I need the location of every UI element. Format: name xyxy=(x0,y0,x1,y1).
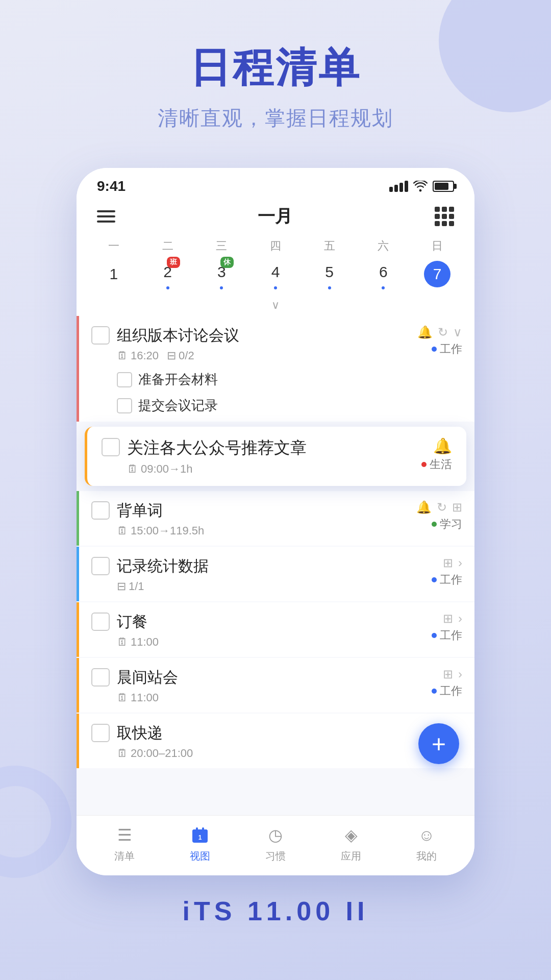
task-tag: 学习 xyxy=(432,517,462,532)
date-dot xyxy=(382,286,385,289)
task-item[interactable]: 背单词 🗓 15:00→119.5h 🔔 ↻ ⊞ xyxy=(77,491,474,546)
alarm-icon[interactable]: 🔔 xyxy=(416,500,432,514)
task-checkbox[interactable] xyxy=(91,557,110,575)
task-meta: 🗓 20:00–21:00 xyxy=(117,747,455,760)
task-tag: 生活 xyxy=(421,457,452,472)
repeat-icon[interactable]: ↻ xyxy=(438,325,448,339)
svg-rect-2 xyxy=(196,827,198,831)
nav-item-我的[interactable]: ☺我的 xyxy=(401,824,452,863)
subtask-item[interactable]: 准备开会材料 xyxy=(117,366,462,393)
grid-icon[interactable]: ⊞ xyxy=(443,667,453,681)
subtask-checkbox[interactable] xyxy=(117,372,132,387)
date-cell[interactable]: 3休 xyxy=(194,256,248,292)
grid-icon[interactable]: ⊞ xyxy=(443,556,453,570)
task-list: 组织版本讨论会议 🗓 16:20 ⊟ 0/2 🔔 xyxy=(77,316,474,815)
grid-icon[interactable]: ⊞ xyxy=(443,611,453,626)
date-number: 7 xyxy=(424,261,450,287)
task-checkbox[interactable] xyxy=(91,724,110,742)
grid-view-icon[interactable] xyxy=(435,207,454,226)
expand-icon[interactable]: ∨ xyxy=(453,325,462,339)
nav-label: 清单 xyxy=(114,849,135,863)
task-time: 🗓 11:00 xyxy=(117,635,159,649)
task-meta: 🗓 09:00→1h xyxy=(127,462,414,476)
task-actions: ⊞ › xyxy=(443,611,462,626)
tag-dot xyxy=(432,633,437,638)
task-actions: ⊞ › xyxy=(443,667,462,681)
task-tag: 工作 xyxy=(432,341,462,357)
repeat-icon[interactable]: ↻ xyxy=(437,500,447,514)
grid-icon[interactable]: ⊞ xyxy=(452,500,462,514)
task-checkbox[interactable] xyxy=(91,612,110,631)
date-dot xyxy=(274,286,277,289)
phone-mockup: 9:41 一月 xyxy=(77,168,474,875)
date-cell[interactable]: 1 xyxy=(87,258,141,290)
date-cell[interactable]: 6 xyxy=(357,256,411,292)
subtask-checkbox[interactable] xyxy=(117,398,132,413)
nav-icon: ◷ xyxy=(264,824,287,846)
alarm-icon[interactable]: 🔔 xyxy=(433,437,452,455)
task-time: 🗓 11:00 xyxy=(117,691,159,704)
task-item[interactable]: 订餐 🗓 11:00 ⊞ › 工作 xyxy=(77,602,474,657)
task-content: 订餐 🗓 11:00 xyxy=(117,611,424,649)
nav-label: 应用 xyxy=(341,849,361,863)
calendar-mini-icon: 🗓 xyxy=(117,349,128,362)
nav-icon: ☺ xyxy=(415,824,438,846)
task-right: 🔔 ↻ ∨ 工作 xyxy=(417,325,462,357)
fab-add-button[interactable]: + xyxy=(418,723,459,764)
task-item[interactable]: 晨间站会 🗓 11:00 ⊞ › 工作 xyxy=(77,658,474,713)
date-dot xyxy=(220,286,223,289)
arrow-right-icon[interactable]: › xyxy=(458,556,462,570)
nav-icon: 1 xyxy=(189,824,211,846)
dow-cell: 六 xyxy=(357,236,411,256)
days-of-week-row: 一二三四五六日 xyxy=(77,236,474,256)
task-item[interactable]: 取快递 🗓 20:00–21:00 xyxy=(77,714,474,768)
date-cell[interactable]: 4 xyxy=(248,256,303,292)
arrow-right-icon[interactable]: › xyxy=(458,667,462,681)
tag-dot xyxy=(432,689,437,694)
subtask-icon: ⊟ xyxy=(117,580,126,593)
battery-icon xyxy=(433,181,454,192)
task-subtask-count: ⊟ 0/2 xyxy=(167,349,194,362)
task-meta: 🗓 11:00 xyxy=(117,691,424,704)
nav-label: 我的 xyxy=(416,849,437,863)
date-number: 1 xyxy=(101,261,127,287)
nav-item-习惯[interactable]: ◷习惯 xyxy=(250,824,301,863)
menu-icon[interactable] xyxy=(97,210,115,223)
tag-dot xyxy=(432,577,437,582)
date-row[interactable]: 12班3休4567 xyxy=(77,256,474,297)
task-content: 背单词 🗓 15:00→119.5h xyxy=(117,500,409,537)
date-dot xyxy=(328,286,331,289)
task-item[interactable]: 记录统计数据 ⊟ 1/1 ⊞ › 工作 xyxy=(77,547,474,601)
date-cell[interactable]: 7 xyxy=(410,258,464,290)
task-title: 组织版本讨论会议 xyxy=(117,325,410,346)
subtask-item[interactable]: 提交会议记录 xyxy=(117,393,462,419)
calendar-mini-icon: 🗓 xyxy=(117,524,128,537)
arrow-right-icon[interactable]: › xyxy=(458,611,462,626)
task-actions: 🔔 ↻ ∨ xyxy=(417,325,462,339)
alarm-icon[interactable]: 🔔 xyxy=(417,325,433,339)
calendar-collapse-button[interactable]: ∨ xyxy=(77,297,474,316)
task-time: 🗓 09:00→1h xyxy=(127,462,193,476)
tag-label: 生活 xyxy=(430,457,452,472)
task-checkbox[interactable] xyxy=(102,438,120,456)
date-number: 5 xyxy=(316,259,343,285)
task-content: 记录统计数据 ⊟ 1/1 xyxy=(117,556,424,593)
task-checkbox[interactable] xyxy=(91,501,110,520)
date-cell[interactable]: 5 xyxy=(303,256,357,292)
task-item[interactable]: 组织版本讨论会议 🗓 16:20 ⊟ 0/2 🔔 xyxy=(77,316,474,422)
task-title: 取快递 xyxy=(117,723,455,744)
tag-label: 工作 xyxy=(440,572,462,587)
nav-item-视图[interactable]: 1 视图 xyxy=(174,824,226,863)
date-cell[interactable]: 2班 xyxy=(141,256,195,292)
tag-dot xyxy=(432,522,437,527)
task-checkbox[interactable] xyxy=(91,668,110,687)
tag-label: 工作 xyxy=(440,628,462,643)
task-content: 取快递 🗓 20:00–21:00 xyxy=(117,723,455,760)
dow-cell: 五 xyxy=(303,236,357,256)
task-checkbox[interactable] xyxy=(91,326,110,345)
nav-item-应用[interactable]: ◈应用 xyxy=(325,824,377,863)
nav-item-清单[interactable]: ☰清单 xyxy=(99,824,150,863)
date-number: 4 xyxy=(262,259,289,285)
task-tag: 工作 xyxy=(432,683,462,699)
tag-dot xyxy=(432,347,437,352)
